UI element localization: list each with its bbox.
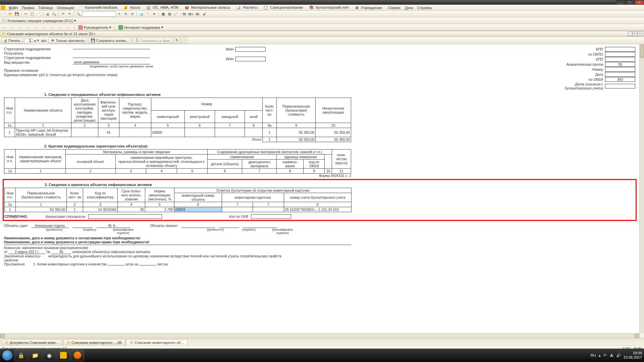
scrollbar-thumb[interactable] bbox=[640, 45, 644, 58]
doc-close-button[interactable]: × bbox=[638, 32, 642, 36]
s3-invnum-cell[interactable]: 00059 bbox=[174, 207, 222, 212]
preview-icon[interactable]: 🔍 bbox=[51, 11, 57, 17]
menu-materials[interactable]: 📦Материальные запасы bbox=[182, 5, 234, 10]
nav1-icon[interactable]: ▫ bbox=[1, 25, 7, 30]
s3-h-invnum: инвентарный номер объекта bbox=[174, 193, 222, 202]
tab-3[interactable]: Списание инвентарного об... bbox=[126, 339, 187, 345]
cut-icon[interactable]: ✂ bbox=[23, 11, 29, 17]
nav6-icon[interactable]: ▫ bbox=[42, 25, 47, 30]
nav5-icon[interactable]: ▫ bbox=[34, 25, 39, 30]
help-icon[interactable]: ? bbox=[145, 11, 150, 17]
tab-2[interactable]: Списание инвентарного ....06 bbox=[63, 339, 125, 345]
s1-h-amort: Начисленная амортизация bbox=[316, 98, 351, 123]
search-icon[interactable]: 🔍 bbox=[76, 11, 81, 17]
menu-accounting[interactable]: 📚Бухгалтерский учет bbox=[307, 5, 353, 10]
menu-calc[interactable]: 📊Расчеты bbox=[234, 5, 261, 10]
menubar: Файл Правка Таблица Операции 📄Казначейст… bbox=[0, 5, 644, 11]
label-okpo: по ОКПО bbox=[555, 52, 605, 56]
save-base-button[interactable]: 🗄Сохранить в базе bbox=[133, 38, 172, 44]
open-icon[interactable]: 📂 bbox=[8, 11, 13, 17]
tray-flag-icon[interactable]: 🏳 bbox=[603, 353, 607, 357]
grid2-icon[interactable]: ▤ bbox=[167, 11, 172, 17]
nav8-icon[interactable]: ▫ bbox=[58, 25, 63, 30]
s2-h-prec: драгоценного материала bbox=[242, 160, 277, 169]
m-minus-button[interactable]: M- bbox=[195, 12, 201, 16]
menu-os[interactable]: 🏢ОС, НМА, НПА bbox=[144, 5, 182, 10]
grid-icon[interactable]: ▦ bbox=[160, 11, 166, 17]
label-proptype: Вид имущества bbox=[4, 60, 73, 64]
tab-1[interactable]: Документы Списание инве... bbox=[1, 339, 62, 345]
start-button[interactable] bbox=[1, 349, 14, 362]
tray-clock[interactable]: 18:0923.06.2017 bbox=[624, 351, 642, 360]
menu-operations[interactable]: Операции bbox=[55, 6, 76, 10]
horizontal-scrollbar[interactable] bbox=[0, 333, 639, 338]
menu-file[interactable]: Файл bbox=[7, 6, 20, 10]
refresh-icon[interactable]: ↻ bbox=[123, 11, 128, 17]
paste-icon[interactable]: 📄 bbox=[36, 11, 41, 17]
clear-search-icon[interactable]: × bbox=[117, 11, 122, 17]
menu-edit[interactable]: Правка bbox=[20, 6, 36, 10]
chart-icon[interactable]: 📈 bbox=[173, 11, 178, 17]
menu-org[interactable]: 🏛Учреждение bbox=[353, 6, 386, 10]
help-doc-button[interactable]: ? bbox=[181, 38, 187, 44]
s2-h-det: детали (объекта) bbox=[208, 160, 242, 169]
doc-minimize-button[interactable]: _ bbox=[628, 32, 632, 36]
nav2-icon[interactable]: ▫ bbox=[9, 25, 15, 30]
new-icon[interactable]: 📄 bbox=[1, 11, 7, 17]
taskbar-app1[interactable]: 🔒 bbox=[14, 349, 28, 361]
save-copy-button[interactable]: 💾Сохранить копию... bbox=[88, 38, 131, 44]
menu-service[interactable]: Сервис bbox=[386, 6, 403, 10]
menu-sanction[interactable]: 📋Санкционирование bbox=[261, 5, 307, 10]
tray-lang[interactable]: RU bbox=[591, 353, 596, 357]
undo-icon[interactable]: ↶ bbox=[60, 11, 66, 17]
doc-restore-button[interactable]: □ bbox=[633, 32, 637, 36]
vertical-scrollbar[interactable] bbox=[639, 44, 644, 333]
set-org-button[interactable]: Установить текущее учреждение (F11) ▾ bbox=[1, 18, 76, 23]
folder-icon: 📁 bbox=[32, 352, 39, 359]
refresh2-icon[interactable]: ↺ bbox=[129, 11, 135, 17]
menu-table[interactable]: Таблица bbox=[36, 6, 55, 10]
taskbar-explorer[interactable]: 📁 bbox=[29, 349, 42, 361]
tray-up-icon[interactable]: ▴ bbox=[599, 353, 601, 358]
copies-input[interactable] bbox=[24, 38, 32, 43]
taskbar-chrome[interactable]: ◉ bbox=[43, 349, 56, 361]
copy-icon[interactable]: 📋 bbox=[30, 11, 35, 17]
nav3-icon[interactable]: ▫ bbox=[17, 25, 23, 30]
refresh-doc-button[interactable]: ↻ bbox=[174, 38, 180, 44]
tray-network-icon[interactable]: 🖧 bbox=[610, 353, 613, 357]
tray-sound-icon[interactable]: 🔊 bbox=[616, 353, 621, 358]
label-attachments: Приложения. bbox=[4, 262, 25, 266]
taskbar-firefox[interactable] bbox=[71, 349, 84, 361]
menu-kassa[interactable]: 💰Касса bbox=[121, 5, 144, 10]
m-button[interactable]: M bbox=[182, 12, 186, 16]
nav4-icon[interactable]: ▫ bbox=[25, 25, 31, 30]
maximize-button[interactable]: □ bbox=[625, 0, 635, 5]
close-button[interactable]: × bbox=[635, 0, 644, 5]
dropdown-icon[interactable]: ▾ bbox=[151, 11, 157, 17]
view-only-button[interactable]: 👁Только просмотр bbox=[49, 38, 87, 44]
m-plus-button[interactable]: M+ bbox=[187, 12, 194, 16]
menu-treasury[interactable]: 📄Казначейство/Банк bbox=[76, 5, 121, 10]
nav9-icon[interactable]: ▫ bbox=[66, 25, 71, 30]
inet-support-link[interactable]: Интернет-поддержка ▾ bbox=[118, 25, 163, 30]
calc-icon[interactable]: 📊 bbox=[139, 11, 144, 17]
field-struct1 bbox=[73, 49, 150, 49]
minimize-button[interactable]: _ bbox=[616, 0, 625, 5]
label-struct1: Структурное подразделение bbox=[4, 47, 73, 51]
brush-icon[interactable]: 🖌 bbox=[202, 11, 207, 17]
menu-windows[interactable]: Окна bbox=[402, 6, 415, 10]
save-icon[interactable]: 💾 bbox=[14, 11, 19, 17]
manager-link[interactable]: Руководителю ▾ bbox=[78, 25, 111, 30]
scroll-right-icon[interactable] bbox=[635, 334, 639, 338]
print-button[interactable]: 🖨Печать bbox=[1, 38, 23, 44]
taskbar-1c[interactable] bbox=[57, 349, 70, 361]
search-input[interactable] bbox=[82, 11, 116, 17]
print-icon[interactable]: 🖨 bbox=[45, 11, 50, 17]
field-gave-pos: Начальник отдела bbox=[32, 224, 68, 228]
menu-help[interactable]: Справка bbox=[415, 6, 434, 10]
label-struct2: Структурное подразделение bbox=[4, 56, 73, 60]
field-gave-sig bbox=[72, 224, 93, 228]
redo-icon[interactable]: ↷ bbox=[67, 11, 72, 17]
nav7-icon[interactable]: ▫ bbox=[50, 25, 55, 30]
scroll-left-icon[interactable] bbox=[0, 334, 5, 338]
